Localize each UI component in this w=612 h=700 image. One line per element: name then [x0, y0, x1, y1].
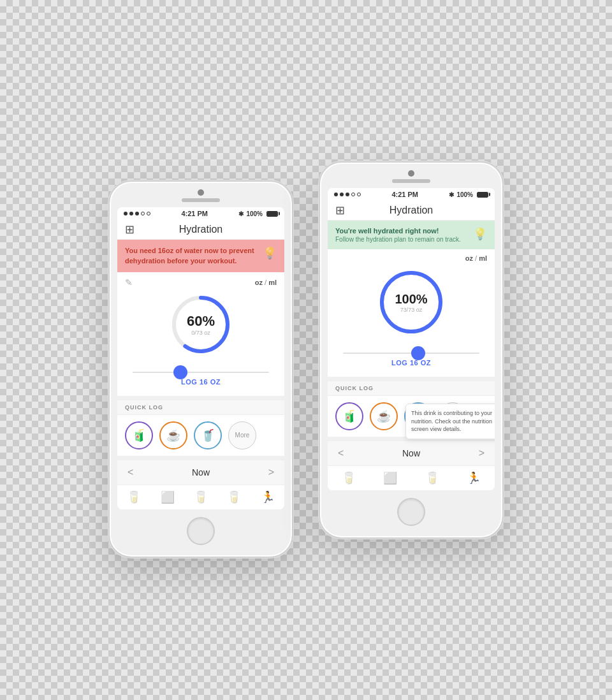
battery-pct-1: 100%: [246, 210, 263, 217]
drink-item-supplement[interactable]: 🧃: [125, 421, 153, 449]
phone-bottom-1: [117, 509, 284, 549]
battery-pct-2: 100%: [456, 191, 473, 198]
signal-dots-1: [124, 212, 150, 215]
circle-percent-1: 60%: [187, 313, 215, 330]
progress-circle-1: 60% 0/73 oz: [125, 293, 277, 356]
alert-banner-red: You need 16oz of water now to prevent de…: [117, 240, 284, 272]
phone-top-2: [328, 170, 495, 188]
prev-arrow-1[interactable]: <: [127, 467, 133, 478]
bluetooth-icon-1: ✱: [238, 210, 244, 217]
unit-label-2: oz / ml: [465, 254, 487, 262]
tab-circle-2[interactable]: ⬜: [383, 471, 397, 485]
signal-dot-2: [129, 212, 133, 215]
calendar-icon-1[interactable]: ⊞: [125, 222, 135, 237]
screen-1: 4:21 PM ✱ 100% ⊞ Hydration You need 16oz…: [117, 207, 284, 509]
drink-item-supplement-2[interactable]: 🧃: [335, 402, 363, 430]
alert-green-title: You're well hydrated right now!: [335, 227, 468, 235]
signal-dot-3: [135, 212, 139, 215]
status-right-2: ✱ 100%: [449, 191, 488, 198]
circle-sub-1: 0/73 oz: [187, 330, 215, 336]
slider-area-1: LOG 16 OZ: [125, 361, 277, 391]
signal-dot-6: [334, 193, 338, 196]
status-right-1: ✱ 100%: [238, 210, 278, 217]
phone-shell-2: 4:21 PM ✱ 100% ⊞ Hydration You're well h…: [319, 161, 504, 539]
quick-log-header-1: QUICK LOG: [117, 400, 284, 415]
battery-bar-1: [266, 211, 278, 217]
tab-hydration-2[interactable]: 🥛: [342, 471, 356, 485]
drink-item-water-bottle[interactable]: 🥤: [194, 421, 222, 449]
drink-item-coffee[interactable]: ☕: [159, 421, 187, 449]
signal-dot-5: [147, 212, 150, 215]
screen-title-2: Hydration: [390, 205, 433, 216]
lightbulb-icon-1: 💡: [263, 246, 277, 260]
alert-green-content: You're well hydrated right now! Follow t…: [335, 227, 468, 243]
battery-fill-2: [477, 193, 488, 197]
tab-cup-1[interactable]: 🥛: [194, 490, 208, 504]
tab-activity-1[interactable]: 🏃: [261, 490, 275, 504]
log-label-2[interactable]: LOG 16 OZ: [391, 359, 431, 367]
slider-track-1[interactable]: [133, 372, 269, 373]
time-label-2: Now: [402, 448, 420, 458]
home-button-2[interactable]: [397, 498, 425, 526]
signal-dot-7: [340, 193, 344, 196]
alert-banner-green: You're well hydrated right now! Follow t…: [328, 221, 495, 249]
signal-dot-1: [124, 212, 127, 215]
tab-hydration-1[interactable]: 🥛: [127, 490, 141, 504]
phone-top-1: [117, 189, 284, 207]
next-arrow-1[interactable]: >: [268, 467, 274, 478]
time-label-1: Now: [192, 467, 210, 478]
phone-1: 4:21 PM ✱ 100% ⊞ Hydration You need 16oz…: [108, 180, 293, 558]
slider-thumb-2[interactable]: [411, 346, 425, 360]
slider-track-2[interactable]: [343, 353, 479, 354]
card-header-1: ✎ oz / ml: [125, 277, 277, 288]
hydration-card-1: ✎ oz / ml 60% 0/73 oz: [117, 272, 284, 396]
home-button-1[interactable]: [187, 517, 215, 545]
speaker-2: [392, 179, 430, 183]
bottom-area-2: This drink is contributing to your nutri…: [328, 465, 495, 490]
progress-circle-2: 100% 73/73 oz: [335, 267, 487, 337]
quick-log-header-2: QUICK LOG: [328, 381, 495, 396]
log-label-1[interactable]: LOG 16 OZ: [181, 378, 221, 386]
tab-activity-2[interactable]: 🏃: [467, 471, 481, 485]
status-bar-2: 4:21 PM ✱ 100%: [328, 188, 495, 201]
slider-thumb-1[interactable]: [173, 365, 187, 379]
prev-arrow-2[interactable]: <: [338, 448, 344, 459]
circle-sub-2: 73/73 oz: [395, 307, 427, 313]
signal-dot-9: [351, 193, 355, 196]
circle-text-2: 100% 73/73 oz: [395, 292, 427, 313]
signal-dot-10: [357, 193, 361, 196]
circle-text-1: 60% 0/73 oz: [187, 313, 215, 336]
edit-icon-1[interactable]: ✎: [125, 277, 133, 288]
drink-item-coffee-2[interactable]: ☕: [370, 402, 398, 430]
calendar-icon-2[interactable]: ⊞: [335, 203, 345, 217]
phone-bottom-2: [328, 490, 495, 530]
lightbulb-icon-2: 💡: [473, 227, 487, 241]
tab-circle-1[interactable]: ⬜: [161, 490, 175, 504]
unit-label-1: oz / ml: [255, 279, 277, 286]
status-time-2: 4:21 PM: [391, 191, 418, 198]
bluetooth-icon-2: ✱: [449, 191, 454, 198]
slider-area-2: LOG 16 OZ: [335, 342, 487, 372]
hydration-card-2: oz / ml 100% 73/73 oz: [328, 249, 495, 377]
next-arrow-2[interactable]: >: [479, 448, 484, 459]
bottom-tabs-2: 🥛 ⬜ 🥛 🏃: [328, 465, 495, 490]
time-nav-2: < Now >: [328, 441, 495, 465]
more-button-1[interactable]: More: [228, 421, 256, 449]
card-header-2: oz / ml: [335, 254, 487, 262]
front-camera-2: [408, 170, 414, 177]
signal-dot-8: [346, 193, 349, 196]
tab-cup2-1[interactable]: 🥛: [227, 490, 241, 504]
phone-shell-1: 4:21 PM ✱ 100% ⊞ Hydration You need 16oz…: [108, 180, 293, 558]
bottom-tabs-1: 🥛 ⬜ 🥛 🥛 🏃: [117, 485, 284, 509]
tab-cup-2[interactable]: 🥛: [425, 471, 439, 485]
speaker-1: [182, 198, 220, 202]
status-time-1: 4:21 PM: [181, 210, 208, 217]
tooltip-box: This drink is contributing to your nutri…: [405, 404, 495, 439]
phone-2: 4:21 PM ✱ 100% ⊞ Hydration You're well h…: [319, 161, 504, 539]
nav-bar-2: ⊞ Hydration: [328, 201, 495, 221]
signal-dot-4: [141, 212, 145, 215]
battery-fill-1: [267, 212, 277, 216]
front-camera-1: [198, 189, 204, 196]
battery-bar-2: [477, 192, 488, 198]
time-nav-1: < Now >: [117, 460, 284, 485]
